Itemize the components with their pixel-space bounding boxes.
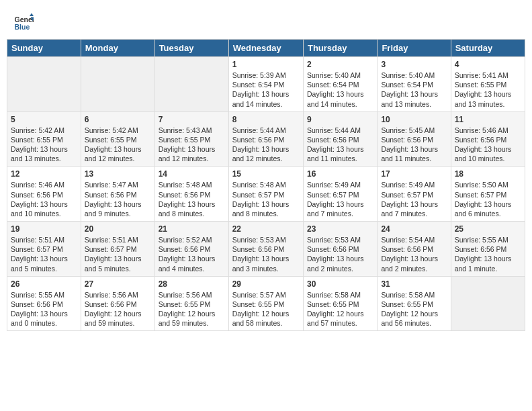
- calendar-cell: 11Sunrise: 5:46 AM Sunset: 6:56 PM Dayli…: [451, 111, 525, 167]
- day-number: 17: [381, 169, 447, 179]
- calendar-cell: 10Sunrise: 5:45 AM Sunset: 6:56 PM Dayli…: [378, 111, 451, 167]
- calendar-cell: 25Sunrise: 5:55 AM Sunset: 6:56 PM Dayli…: [451, 222, 525, 277]
- day-info: Sunrise: 5:55 AM Sunset: 6:56 PM Dayligh…: [11, 290, 77, 328]
- calendar-week-row: 1Sunrise: 5:39 AM Sunset: 6:54 PM Daylig…: [7, 57, 525, 112]
- day-number: 20: [85, 224, 151, 234]
- calendar-cell: [81, 57, 154, 112]
- day-number: 5: [11, 115, 77, 124]
- day-number: 6: [85, 115, 151, 124]
- page-header: General Blue: [7, 7, 525, 35]
- calendar-cell: 13Sunrise: 5:47 AM Sunset: 6:56 PM Dayli…: [81, 167, 154, 222]
- calendar-cell: 6Sunrise: 5:42 AM Sunset: 6:55 PM Daylig…: [81, 111, 154, 167]
- day-info: Sunrise: 5:56 AM Sunset: 6:56 PM Dayligh…: [85, 290, 151, 328]
- calendar-header-row: SundayMondayTuesdayWednesdayThursdayFrid…: [7, 40, 525, 57]
- day-number: 15: [232, 169, 300, 179]
- calendar-cell: 21Sunrise: 5:52 AM Sunset: 6:56 PM Dayli…: [154, 222, 228, 277]
- calendar-cell: 31Sunrise: 5:58 AM Sunset: 6:55 PM Dayli…: [378, 276, 451, 331]
- day-number: 10: [381, 115, 447, 124]
- day-info: Sunrise: 5:43 AM Sunset: 6:55 PM Dayligh…: [159, 126, 225, 164]
- calendar-week-row: 26Sunrise: 5:55 AM Sunset: 6:56 PM Dayli…: [7, 276, 525, 331]
- day-info: Sunrise: 5:48 AM Sunset: 6:57 PM Dayligh…: [232, 180, 300, 218]
- day-number: 31: [381, 279, 447, 289]
- calendar-cell: 16Sunrise: 5:49 AM Sunset: 6:57 PM Dayli…: [303, 167, 377, 222]
- day-info: Sunrise: 5:51 AM Sunset: 6:57 PM Dayligh…: [85, 235, 151, 273]
- logo-icon: General Blue: [13, 12, 34, 32]
- day-info: Sunrise: 5:46 AM Sunset: 6:56 PM Dayligh…: [11, 180, 77, 218]
- day-info: Sunrise: 5:50 AM Sunset: 6:57 PM Dayligh…: [455, 180, 521, 218]
- logo: General Blue: [13, 12, 36, 32]
- day-info: Sunrise: 5:49 AM Sunset: 6:57 PM Dayligh…: [307, 180, 373, 218]
- calendar-cell: 20Sunrise: 5:51 AM Sunset: 6:57 PM Dayli…: [81, 222, 154, 277]
- day-number: 22: [232, 224, 300, 234]
- calendar-cell: 26Sunrise: 5:55 AM Sunset: 6:56 PM Dayli…: [7, 276, 81, 331]
- day-info: Sunrise: 5:42 AM Sunset: 6:55 PM Dayligh…: [85, 126, 151, 164]
- calendar-cell: 9Sunrise: 5:44 AM Sunset: 6:56 PM Daylig…: [303, 111, 377, 167]
- day-header-saturday: Saturday: [451, 40, 525, 57]
- day-number: 24: [381, 224, 447, 234]
- calendar-week-row: 12Sunrise: 5:46 AM Sunset: 6:56 PM Dayli…: [7, 167, 525, 222]
- svg-marker-2: [30, 13, 34, 17]
- calendar-cell: 5Sunrise: 5:42 AM Sunset: 6:55 PM Daylig…: [7, 111, 81, 167]
- day-number: 28: [159, 279, 225, 289]
- calendar-cell: 24Sunrise: 5:54 AM Sunset: 6:56 PM Dayli…: [378, 222, 451, 277]
- day-number: 7: [159, 115, 225, 124]
- day-number: 13: [85, 169, 151, 179]
- calendar-cell: 8Sunrise: 5:44 AM Sunset: 6:56 PM Daylig…: [228, 111, 303, 167]
- calendar-cell: 23Sunrise: 5:53 AM Sunset: 6:56 PM Dayli…: [303, 222, 377, 277]
- calendar-cell: 2Sunrise: 5:40 AM Sunset: 6:54 PM Daylig…: [303, 57, 377, 112]
- day-number: 27: [85, 279, 151, 289]
- day-number: 1: [232, 60, 300, 69]
- day-header-friday: Friday: [378, 40, 451, 57]
- day-number: 11: [455, 115, 521, 124]
- day-info: Sunrise: 5:42 AM Sunset: 6:55 PM Dayligh…: [11, 126, 77, 164]
- day-info: Sunrise: 5:54 AM Sunset: 6:56 PM Dayligh…: [381, 235, 447, 273]
- day-header-sunday: Sunday: [7, 40, 81, 57]
- calendar-cell: 28Sunrise: 5:56 AM Sunset: 6:55 PM Dayli…: [154, 276, 228, 331]
- calendar-table: SundayMondayTuesdayWednesdayThursdayFrid…: [7, 39, 525, 331]
- day-number: 4: [455, 60, 521, 69]
- day-info: Sunrise: 5:49 AM Sunset: 6:57 PM Dayligh…: [381, 180, 447, 218]
- day-info: Sunrise: 5:47 AM Sunset: 6:56 PM Dayligh…: [85, 180, 151, 218]
- calendar-cell: 30Sunrise: 5:58 AM Sunset: 6:55 PM Dayli…: [303, 276, 377, 331]
- day-header-tuesday: Tuesday: [154, 40, 228, 57]
- calendar-cell: 12Sunrise: 5:46 AM Sunset: 6:56 PM Dayli…: [7, 167, 81, 222]
- calendar-cell: [7, 57, 81, 112]
- calendar-cell: 27Sunrise: 5:56 AM Sunset: 6:56 PM Dayli…: [81, 276, 154, 331]
- calendar-cell: 17Sunrise: 5:49 AM Sunset: 6:57 PM Dayli…: [378, 167, 451, 222]
- day-header-thursday: Thursday: [303, 40, 377, 57]
- calendar-cell: [154, 57, 228, 112]
- day-info: Sunrise: 5:51 AM Sunset: 6:57 PM Dayligh…: [11, 235, 77, 273]
- day-info: Sunrise: 5:39 AM Sunset: 6:54 PM Dayligh…: [232, 71, 300, 109]
- day-number: 2: [307, 60, 373, 69]
- calendar-cell: [451, 276, 525, 331]
- day-number: 30: [307, 279, 373, 289]
- calendar-week-row: 5Sunrise: 5:42 AM Sunset: 6:55 PM Daylig…: [7, 111, 525, 167]
- day-number: 25: [455, 224, 521, 234]
- day-number: 29: [232, 279, 300, 289]
- calendar-cell: 1Sunrise: 5:39 AM Sunset: 6:54 PM Daylig…: [228, 57, 303, 112]
- day-info: Sunrise: 5:40 AM Sunset: 6:54 PM Dayligh…: [307, 71, 373, 109]
- day-info: Sunrise: 5:44 AM Sunset: 6:56 PM Dayligh…: [307, 126, 373, 164]
- calendar-cell: 15Sunrise: 5:48 AM Sunset: 6:57 PM Dayli…: [228, 167, 303, 222]
- day-info: Sunrise: 5:41 AM Sunset: 6:55 PM Dayligh…: [455, 71, 521, 109]
- calendar-cell: 3Sunrise: 5:40 AM Sunset: 6:54 PM Daylig…: [378, 57, 451, 112]
- day-number: 21: [159, 224, 225, 234]
- day-info: Sunrise: 5:57 AM Sunset: 6:55 PM Dayligh…: [232, 290, 300, 328]
- day-info: Sunrise: 5:46 AM Sunset: 6:56 PM Dayligh…: [455, 126, 521, 164]
- calendar-cell: 19Sunrise: 5:51 AM Sunset: 6:57 PM Dayli…: [7, 222, 81, 277]
- day-header-wednesday: Wednesday: [228, 40, 303, 57]
- day-number: 19: [11, 224, 77, 234]
- day-info: Sunrise: 5:52 AM Sunset: 6:56 PM Dayligh…: [159, 235, 225, 273]
- day-number: 12: [11, 169, 77, 179]
- day-number: 16: [307, 169, 373, 179]
- day-info: Sunrise: 5:58 AM Sunset: 6:55 PM Dayligh…: [307, 290, 373, 328]
- calendar-cell: 7Sunrise: 5:43 AM Sunset: 6:55 PM Daylig…: [154, 111, 228, 167]
- day-info: Sunrise: 5:48 AM Sunset: 6:56 PM Dayligh…: [159, 180, 225, 218]
- day-number: 8: [232, 115, 300, 124]
- day-number: 14: [159, 169, 225, 179]
- day-info: Sunrise: 5:55 AM Sunset: 6:56 PM Dayligh…: [455, 235, 521, 273]
- calendar-week-row: 19Sunrise: 5:51 AM Sunset: 6:57 PM Dayli…: [7, 222, 525, 277]
- day-number: 18: [455, 169, 521, 179]
- day-info: Sunrise: 5:53 AM Sunset: 6:56 PM Dayligh…: [232, 235, 300, 273]
- calendar-cell: 14Sunrise: 5:48 AM Sunset: 6:56 PM Dayli…: [154, 167, 228, 222]
